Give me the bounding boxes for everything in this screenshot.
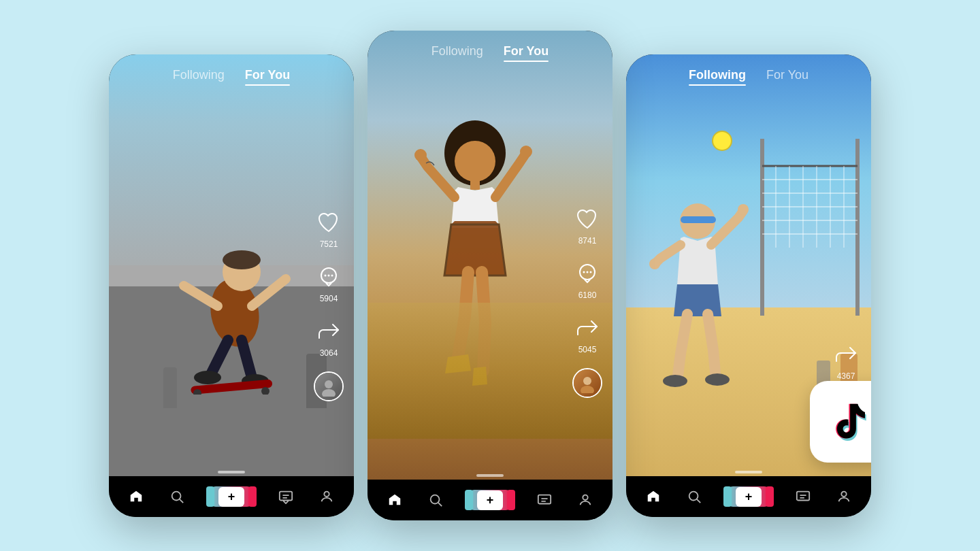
home-indicator-left [218, 471, 245, 473]
svg-rect-56 [681, 216, 716, 223]
heart-count-left: 7521 [320, 239, 338, 249]
nav-search-left[interactable] [169, 489, 184, 504]
action-comment-left[interactable]: 5904 [314, 263, 343, 303]
nav-profile-left[interactable] [319, 489, 334, 504]
comment-count-center: 6180 [578, 290, 597, 300]
svg-rect-65 [797, 492, 809, 501]
tab-following-right[interactable]: Following [689, 68, 746, 86]
tab-foryou-right[interactable]: For You [766, 68, 808, 86]
bottom-nav-right: + [626, 476, 871, 517]
action-share-right[interactable]: 4367 [832, 340, 860, 381]
nav-messages-center[interactable] [537, 492, 552, 507]
svg-line-6 [242, 340, 252, 378]
nav-messages-right[interactable] [796, 489, 811, 504]
bottom-nav-center: + [368, 480, 612, 520]
svg-rect-37 [538, 495, 551, 504]
profile-icon [319, 489, 334, 504]
svg-point-40 [583, 495, 587, 500]
comment-count-left: 5904 [320, 294, 338, 303]
phone-actions-left: 7521 5904 [314, 208, 344, 401]
search-icon [428, 492, 443, 507]
svg-point-7 [194, 371, 221, 384]
svg-point-15 [331, 275, 333, 277]
svg-point-33 [583, 377, 591, 385]
svg-line-5 [211, 340, 228, 374]
home-indicator-right [735, 471, 762, 473]
nav-add-center[interactable]: + [469, 490, 512, 510]
tab-following-left[interactable]: Following [173, 68, 225, 86]
share-count-center: 5045 [578, 345, 597, 354]
nav-messages-left[interactable] [278, 489, 293, 504]
svg-rect-20 [280, 492, 292, 501]
svg-point-16 [325, 380, 333, 388]
svg-point-32 [590, 271, 592, 273]
svg-point-63 [689, 492, 698, 501]
svg-point-2 [223, 250, 261, 269]
phone-header-right: Following For You [626, 54, 871, 93]
svg-point-58 [649, 258, 660, 269]
tab-foryou-left[interactable]: For You [245, 68, 290, 86]
action-heart-left[interactable]: 7521 [314, 208, 343, 249]
action-avatar-center[interactable] [572, 368, 602, 398]
add-icon-center: + [477, 490, 504, 510]
tab-following-center[interactable]: Following [431, 44, 483, 62]
nav-search-center[interactable] [428, 492, 443, 507]
phones-container: Following For You 7521 [109, 31, 871, 520]
action-comment-center[interactable]: 6180 [573, 259, 602, 300]
svg-rect-26 [470, 179, 480, 190]
svg-line-64 [697, 499, 700, 503]
tab-foryou-center[interactable]: For You [504, 44, 549, 62]
svg-line-19 [180, 499, 183, 503]
svg-point-14 [328, 275, 330, 277]
tiktok-logo-svg [827, 398, 871, 446]
profile-icon [836, 489, 851, 504]
svg-point-27 [414, 149, 427, 161]
svg-point-35 [430, 495, 439, 504]
add-icon: + [218, 487, 245, 507]
share-count-left: 3064 [320, 348, 338, 358]
phone-actions-center: 8741 6180 [572, 205, 602, 398]
search-icon [687, 489, 702, 504]
home-indicator-center [476, 474, 504, 477]
svg-point-30 [583, 271, 585, 273]
svg-point-18 [172, 492, 180, 501]
phone-right: Following For You 4367 [626, 54, 871, 517]
share-count-right: 4367 [837, 371, 855, 381]
nav-home-right[interactable] [646, 489, 661, 504]
nav-add-left[interactable]: + [210, 486, 253, 507]
svg-point-28 [520, 146, 532, 158]
profile-icon [578, 492, 593, 507]
home-icon [129, 489, 144, 504]
nav-add-right[interactable]: + [728, 486, 770, 507]
bottom-nav-left: + [109, 476, 354, 517]
nav-profile-right[interactable] [836, 489, 851, 504]
nav-search-right[interactable] [687, 489, 702, 504]
svg-line-36 [438, 503, 442, 506]
messages-icon [278, 489, 293, 504]
messages-icon [796, 489, 811, 504]
svg-point-23 [324, 492, 329, 497]
add-icon-right: + [736, 487, 762, 507]
svg-point-57 [738, 204, 749, 215]
phone-left: Following For You 7521 [109, 54, 354, 517]
nav-home-left[interactable] [129, 489, 144, 504]
svg-point-31 [587, 271, 589, 273]
svg-point-13 [325, 275, 327, 277]
svg-point-68 [841, 492, 846, 497]
svg-point-60 [705, 373, 730, 386]
svg-point-17 [322, 389, 336, 397]
tiktok-logo [810, 381, 871, 463]
svg-point-59 [663, 375, 687, 387]
action-share-left[interactable]: 3064 [314, 317, 343, 358]
nav-home-center[interactable] [387, 492, 402, 507]
home-icon [387, 492, 402, 507]
phone-header-left: Following For You [109, 54, 354, 93]
action-heart-center[interactable]: 8741 [573, 205, 602, 246]
action-share-center[interactable]: 5045 [573, 314, 602, 354]
svg-point-34 [581, 386, 594, 393]
action-avatar-left[interactable] [314, 371, 344, 401]
nav-profile-center[interactable] [578, 492, 593, 507]
heart-count-center: 8741 [578, 236, 597, 246]
phone-center: Following For You 8741 [368, 31, 612, 520]
search-icon [169, 489, 184, 504]
